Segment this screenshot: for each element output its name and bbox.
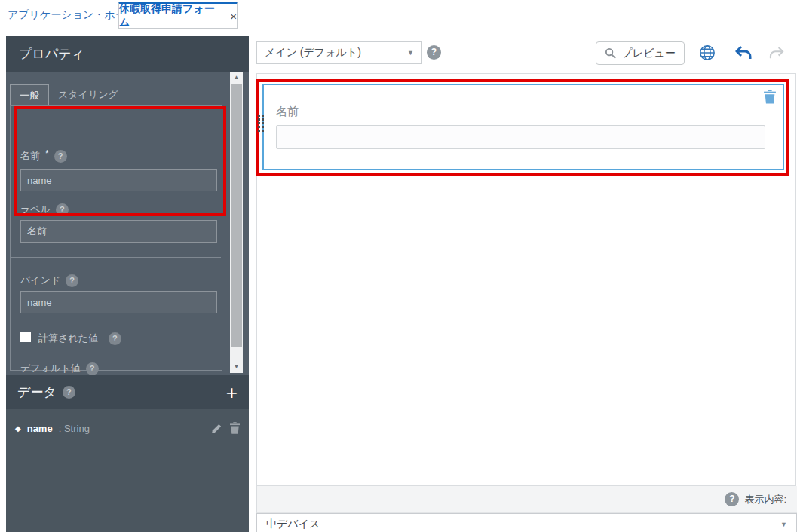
scroll-up-icon[interactable]: ▲ xyxy=(230,72,243,84)
required-asterisk: * xyxy=(45,148,49,159)
help-icon[interactable]: ? xyxy=(725,492,739,506)
label-field-label-text: ラベル xyxy=(20,203,51,216)
undo-icon[interactable] xyxy=(735,46,752,60)
properties-panel: プロパティ 一般 スタイリング 名前 * ? ラベル ? バインド ? 計算 xyxy=(6,36,249,532)
bind-field-label-text: バインド xyxy=(20,274,60,287)
delete-trash-icon[interactable] xyxy=(230,422,240,434)
help-icon[interactable]: ? xyxy=(109,332,121,345)
device-select-value: 中デバイス xyxy=(266,518,320,531)
preview-button-label: プレビュー xyxy=(621,47,675,60)
canvas-footer: ? 表示内容: xyxy=(256,486,797,513)
name-field-label-text: 名前 xyxy=(20,149,40,163)
computed-value-label-text: 計算された値 xyxy=(38,332,98,345)
properties-tabs: 一般 スタイリング xyxy=(10,84,127,105)
preview-button[interactable]: プレビュー xyxy=(596,41,685,65)
data-panel-body: ◆ name : String xyxy=(6,409,249,532)
scroll-down-icon[interactable]: ▼ xyxy=(230,361,243,373)
bind-field-label: バインド ? xyxy=(20,274,78,287)
device-select[interactable]: 中デバイス ▼ xyxy=(256,513,797,532)
help-icon[interactable]: ? xyxy=(56,203,69,216)
diamond-icon: ◆ xyxy=(15,424,21,433)
data-item-name: name xyxy=(27,423,53,434)
chevron-down-icon: ▼ xyxy=(780,521,787,528)
data-panel-header: データ ? + xyxy=(6,375,249,409)
layout-select[interactable]: メイン (デフォルト) ▼ xyxy=(256,41,422,64)
properties-scrollbar[interactable]: ▲ ▼ xyxy=(230,72,243,373)
selected-name-component[interactable]: 名前 xyxy=(262,84,784,170)
layout-select-value: メイン (デフォルト) xyxy=(265,46,361,60)
properties-panel-title: プロパティ xyxy=(6,36,249,72)
tab-application-home[interactable]: アプリケーション・ホーム xyxy=(8,0,136,29)
app-root: アプリケーション・ホーム 休暇取得申請フォーム × プロパティ 一般 スタイリン… xyxy=(0,0,797,532)
display-content-label: 表示内容: xyxy=(744,493,786,506)
add-data-icon[interactable]: + xyxy=(226,385,238,400)
computed-value-label: 計算された値 ? xyxy=(38,332,121,345)
component-field-label: 名前 xyxy=(276,105,299,119)
label-input[interactable] xyxy=(20,220,217,243)
help-icon[interactable]: ? xyxy=(86,362,99,375)
tab-general[interactable]: 一般 xyxy=(10,84,49,105)
help-icon[interactable]: ? xyxy=(66,274,78,287)
computed-value-checkbox[interactable] xyxy=(20,332,31,342)
delete-component-icon[interactable] xyxy=(764,90,776,104)
redo-icon[interactable] xyxy=(769,47,784,60)
chevron-down-icon: ▼ xyxy=(407,49,414,57)
scrollbar-thumb[interactable] xyxy=(231,84,242,347)
label-field-label: ラベル ? xyxy=(20,203,69,216)
tab-form-label: 休暇取得申請フォーム xyxy=(119,2,222,29)
name-field-label: 名前 * ? xyxy=(20,149,67,163)
default-value-label-text: デフォルト値 xyxy=(20,362,81,375)
tab-styling[interactable]: スタイリング xyxy=(49,84,127,105)
edit-pencil-icon[interactable] xyxy=(211,423,222,434)
bind-input[interactable] xyxy=(20,291,217,313)
section-divider xyxy=(10,257,221,258)
component-text-input[interactable] xyxy=(276,125,765,149)
default-value-label: デフォルト値 ? xyxy=(20,362,99,375)
help-icon[interactable]: ? xyxy=(63,386,75,399)
drag-handle-icon[interactable] xyxy=(258,115,264,132)
close-icon[interactable]: × xyxy=(230,10,237,23)
name-input[interactable] xyxy=(20,169,217,191)
globe-icon[interactable] xyxy=(699,44,716,61)
data-item-type: : String xyxy=(59,423,90,434)
help-icon[interactable]: ? xyxy=(54,150,67,163)
data-item-row[interactable]: ◆ name : String xyxy=(15,422,240,434)
tab-form[interactable]: 休暇取得申請フォーム × xyxy=(118,2,238,29)
search-icon xyxy=(605,47,616,59)
help-icon[interactable]: ? xyxy=(427,45,441,60)
data-panel-title: データ xyxy=(17,384,57,401)
